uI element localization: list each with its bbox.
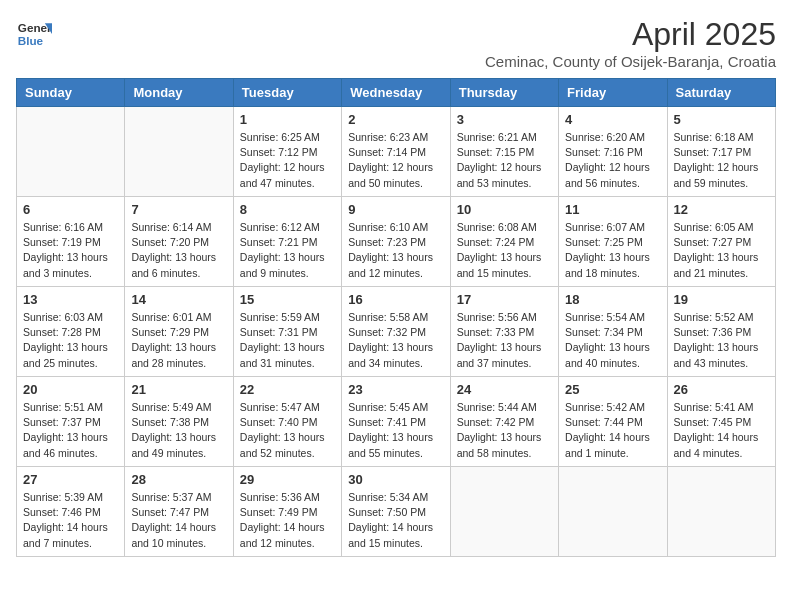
calendar-cell: 6 Sunrise: 6:16 AM Sunset: 7:19 PM Dayli… <box>17 197 125 287</box>
weekday-header: Thursday <box>450 79 558 107</box>
day-number: 25 <box>565 382 660 397</box>
day-info: Sunrise: 6:12 AM Sunset: 7:21 PM Dayligh… <box>240 220 335 281</box>
calendar-cell: 2 Sunrise: 6:23 AM Sunset: 7:14 PM Dayli… <box>342 107 450 197</box>
calendar-cell: 21 Sunrise: 5:49 AM Sunset: 7:38 PM Dayl… <box>125 377 233 467</box>
calendar-week-row: 1 Sunrise: 6:25 AM Sunset: 7:12 PM Dayli… <box>17 107 776 197</box>
calendar-cell: 13 Sunrise: 6:03 AM Sunset: 7:28 PM Dayl… <box>17 287 125 377</box>
day-info: Sunrise: 6:03 AM Sunset: 7:28 PM Dayligh… <box>23 310 118 371</box>
day-number: 14 <box>131 292 226 307</box>
day-number: 15 <box>240 292 335 307</box>
day-info: Sunrise: 6:05 AM Sunset: 7:27 PM Dayligh… <box>674 220 769 281</box>
month-title: April 2025 <box>485 16 776 53</box>
calendar-cell: 16 Sunrise: 5:58 AM Sunset: 7:32 PM Dayl… <box>342 287 450 377</box>
day-info: Sunrise: 6:23 AM Sunset: 7:14 PM Dayligh… <box>348 130 443 191</box>
title-block: April 2025 Ceminac, County of Osijek-Bar… <box>485 16 776 70</box>
calendar-cell: 27 Sunrise: 5:39 AM Sunset: 7:46 PM Dayl… <box>17 467 125 557</box>
day-number: 12 <box>674 202 769 217</box>
day-number: 26 <box>674 382 769 397</box>
day-info: Sunrise: 5:44 AM Sunset: 7:42 PM Dayligh… <box>457 400 552 461</box>
calendar-cell: 1 Sunrise: 6:25 AM Sunset: 7:12 PM Dayli… <box>233 107 341 197</box>
day-number: 4 <box>565 112 660 127</box>
calendar-cell <box>559 467 667 557</box>
calendar-cell: 30 Sunrise: 5:34 AM Sunset: 7:50 PM Dayl… <box>342 467 450 557</box>
calendar-cell: 28 Sunrise: 5:37 AM Sunset: 7:47 PM Dayl… <box>125 467 233 557</box>
calendar-week-row: 20 Sunrise: 5:51 AM Sunset: 7:37 PM Dayl… <box>17 377 776 467</box>
day-info: Sunrise: 6:01 AM Sunset: 7:29 PM Dayligh… <box>131 310 226 371</box>
day-info: Sunrise: 5:39 AM Sunset: 7:46 PM Dayligh… <box>23 490 118 551</box>
calendar-cell: 15 Sunrise: 5:59 AM Sunset: 7:31 PM Dayl… <box>233 287 341 377</box>
calendar-week-row: 13 Sunrise: 6:03 AM Sunset: 7:28 PM Dayl… <box>17 287 776 377</box>
calendar-cell: 18 Sunrise: 5:54 AM Sunset: 7:34 PM Dayl… <box>559 287 667 377</box>
day-info: Sunrise: 5:41 AM Sunset: 7:45 PM Dayligh… <box>674 400 769 461</box>
day-info: Sunrise: 5:34 AM Sunset: 7:50 PM Dayligh… <box>348 490 443 551</box>
calendar-cell: 26 Sunrise: 5:41 AM Sunset: 7:45 PM Dayl… <box>667 377 775 467</box>
day-number: 17 <box>457 292 552 307</box>
day-number: 6 <box>23 202 118 217</box>
day-info: Sunrise: 5:36 AM Sunset: 7:49 PM Dayligh… <box>240 490 335 551</box>
calendar-cell: 3 Sunrise: 6:21 AM Sunset: 7:15 PM Dayli… <box>450 107 558 197</box>
weekday-header: Saturday <box>667 79 775 107</box>
day-info: Sunrise: 6:07 AM Sunset: 7:25 PM Dayligh… <box>565 220 660 281</box>
calendar-cell: 12 Sunrise: 6:05 AM Sunset: 7:27 PM Dayl… <box>667 197 775 287</box>
day-number: 11 <box>565 202 660 217</box>
calendar-cell: 20 Sunrise: 5:51 AM Sunset: 7:37 PM Dayl… <box>17 377 125 467</box>
logo-icon: General Blue <box>16 16 52 52</box>
day-info: Sunrise: 5:42 AM Sunset: 7:44 PM Dayligh… <box>565 400 660 461</box>
day-info: Sunrise: 6:21 AM Sunset: 7:15 PM Dayligh… <box>457 130 552 191</box>
day-number: 29 <box>240 472 335 487</box>
day-info: Sunrise: 6:16 AM Sunset: 7:19 PM Dayligh… <box>23 220 118 281</box>
day-info: Sunrise: 5:47 AM Sunset: 7:40 PM Dayligh… <box>240 400 335 461</box>
weekday-header: Tuesday <box>233 79 341 107</box>
calendar-cell: 4 Sunrise: 6:20 AM Sunset: 7:16 PM Dayli… <box>559 107 667 197</box>
calendar-week-row: 6 Sunrise: 6:16 AM Sunset: 7:19 PM Dayli… <box>17 197 776 287</box>
page-header: General Blue April 2025 Ceminac, County … <box>16 16 776 70</box>
calendar-cell: 7 Sunrise: 6:14 AM Sunset: 7:20 PM Dayli… <box>125 197 233 287</box>
calendar-cell: 23 Sunrise: 5:45 AM Sunset: 7:41 PM Dayl… <box>342 377 450 467</box>
day-info: Sunrise: 6:08 AM Sunset: 7:24 PM Dayligh… <box>457 220 552 281</box>
day-number: 13 <box>23 292 118 307</box>
svg-text:Blue: Blue <box>18 34 44 47</box>
calendar-cell: 24 Sunrise: 5:44 AM Sunset: 7:42 PM Dayl… <box>450 377 558 467</box>
day-number: 10 <box>457 202 552 217</box>
day-info: Sunrise: 5:52 AM Sunset: 7:36 PM Dayligh… <box>674 310 769 371</box>
calendar-cell: 29 Sunrise: 5:36 AM Sunset: 7:49 PM Dayl… <box>233 467 341 557</box>
calendar-cell <box>667 467 775 557</box>
day-info: Sunrise: 6:25 AM Sunset: 7:12 PM Dayligh… <box>240 130 335 191</box>
weekday-header: Sunday <box>17 79 125 107</box>
weekday-header: Friday <box>559 79 667 107</box>
day-number: 23 <box>348 382 443 397</box>
svg-text:General: General <box>18 21 52 34</box>
day-number: 1 <box>240 112 335 127</box>
calendar-cell <box>125 107 233 197</box>
weekday-header-row: SundayMondayTuesdayWednesdayThursdayFrid… <box>17 79 776 107</box>
location-subtitle: Ceminac, County of Osijek-Baranja, Croat… <box>485 53 776 70</box>
day-number: 28 <box>131 472 226 487</box>
calendar-cell: 19 Sunrise: 5:52 AM Sunset: 7:36 PM Dayl… <box>667 287 775 377</box>
day-info: Sunrise: 5:51 AM Sunset: 7:37 PM Dayligh… <box>23 400 118 461</box>
calendar-cell: 10 Sunrise: 6:08 AM Sunset: 7:24 PM Dayl… <box>450 197 558 287</box>
calendar-table: SundayMondayTuesdayWednesdayThursdayFrid… <box>16 78 776 557</box>
logo: General Blue <box>16 16 52 52</box>
day-number: 22 <box>240 382 335 397</box>
day-info: Sunrise: 6:10 AM Sunset: 7:23 PM Dayligh… <box>348 220 443 281</box>
calendar-cell: 25 Sunrise: 5:42 AM Sunset: 7:44 PM Dayl… <box>559 377 667 467</box>
day-info: Sunrise: 5:59 AM Sunset: 7:31 PM Dayligh… <box>240 310 335 371</box>
day-number: 27 <box>23 472 118 487</box>
day-info: Sunrise: 5:56 AM Sunset: 7:33 PM Dayligh… <box>457 310 552 371</box>
day-number: 7 <box>131 202 226 217</box>
calendar-cell: 9 Sunrise: 6:10 AM Sunset: 7:23 PM Dayli… <box>342 197 450 287</box>
day-number: 2 <box>348 112 443 127</box>
calendar-cell: 5 Sunrise: 6:18 AM Sunset: 7:17 PM Dayli… <box>667 107 775 197</box>
weekday-header: Monday <box>125 79 233 107</box>
day-info: Sunrise: 5:54 AM Sunset: 7:34 PM Dayligh… <box>565 310 660 371</box>
day-number: 21 <box>131 382 226 397</box>
day-number: 3 <box>457 112 552 127</box>
calendar-cell: 17 Sunrise: 5:56 AM Sunset: 7:33 PM Dayl… <box>450 287 558 377</box>
calendar-cell: 8 Sunrise: 6:12 AM Sunset: 7:21 PM Dayli… <box>233 197 341 287</box>
day-number: 24 <box>457 382 552 397</box>
calendar-week-row: 27 Sunrise: 5:39 AM Sunset: 7:46 PM Dayl… <box>17 467 776 557</box>
calendar-cell: 11 Sunrise: 6:07 AM Sunset: 7:25 PM Dayl… <box>559 197 667 287</box>
day-number: 18 <box>565 292 660 307</box>
day-info: Sunrise: 5:37 AM Sunset: 7:47 PM Dayligh… <box>131 490 226 551</box>
day-number: 5 <box>674 112 769 127</box>
